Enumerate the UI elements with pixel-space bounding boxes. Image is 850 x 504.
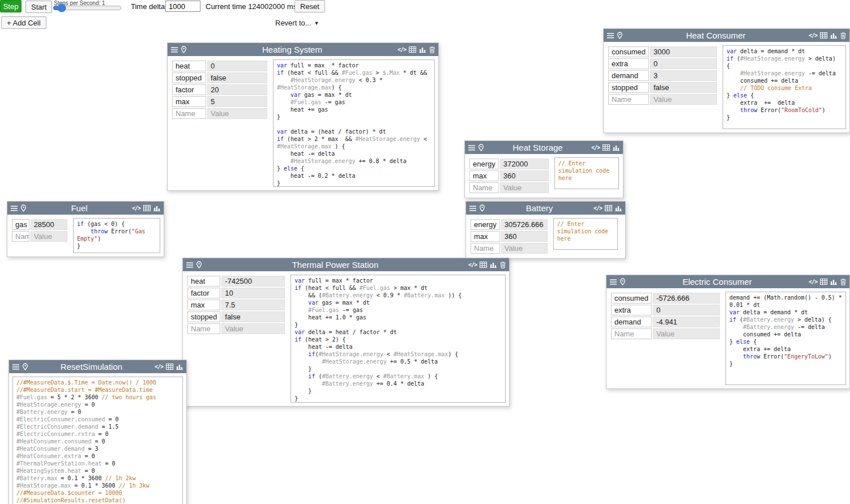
menu-icon[interactable]	[610, 275, 617, 288]
code-view-icon[interactable]: </>	[593, 202, 602, 215]
step-button[interactable]: Step	[0, 0, 22, 12]
chart-view-icon[interactable]	[490, 258, 497, 271]
chart-view-icon[interactable]	[830, 29, 837, 42]
card-header[interactable]: Heat Storage </>	[465, 141, 623, 154]
delete-icon[interactable]	[840, 29, 846, 42]
table-view-icon[interactable]	[603, 141, 610, 154]
card-header[interactable]: Electric Consumer </>	[606, 275, 849, 288]
menu-icon[interactable]	[186, 258, 193, 271]
menu-icon[interactable]	[11, 202, 18, 215]
code-view-icon[interactable]: </>	[155, 360, 163, 373]
property-name[interactable]: max	[187, 300, 220, 310]
new-property-name-input[interactable]: Name	[469, 182, 499, 193]
code-editor[interactable]: // Enter simulation code here	[554, 157, 619, 189]
card-header[interactable]: Thermal Power Station </>	[183, 258, 509, 271]
new-property-value-input[interactable]: Value	[501, 243, 548, 254]
table-view-icon[interactable]	[820, 275, 827, 288]
code-editor[interactable]: //#MeasureData.$.Time = Date.now() / 100…	[12, 377, 183, 504]
property-name[interactable]: max	[172, 96, 206, 107]
property-value[interactable]: 7.5	[221, 300, 285, 310]
property-name[interactable]: stopped	[608, 82, 649, 93]
property-name[interactable]: consumed	[611, 293, 652, 304]
delete-icon[interactable]	[840, 275, 846, 288]
new-property-name-input[interactable]: Name	[12, 231, 29, 242]
property-value[interactable]: 5	[207, 96, 267, 107]
property-name[interactable]: energy	[469, 159, 499, 169]
table-view-icon[interactable]	[409, 43, 416, 56]
card-header[interactable]: Fuel </>	[7, 202, 164, 215]
property-name[interactable]: max	[469, 170, 499, 181]
menu-icon[interactable]	[468, 141, 475, 154]
property-name[interactable]: factor	[187, 288, 220, 298]
property-name[interactable]: stopped	[172, 72, 206, 83]
table-view-icon[interactable]	[143, 202, 151, 215]
property-name[interactable]: heat	[187, 276, 220, 287]
new-property-value-input[interactable]: Value	[500, 182, 549, 193]
property-name[interactable]: extra	[608, 58, 649, 69]
new-property-name-input[interactable]: Name	[608, 94, 649, 105]
property-value[interactable]: 10	[221, 288, 285, 298]
new-property-name-input[interactable]: Name	[471, 243, 500, 254]
time-delta-input[interactable]	[165, 1, 200, 12]
property-name[interactable]: demand	[608, 70, 649, 81]
start-button[interactable]: Start	[25, 1, 52, 13]
property-value[interactable]: 360	[500, 170, 549, 181]
delete-icon[interactable]	[429, 43, 435, 56]
code-view-icon[interactable]: </>	[591, 141, 600, 154]
property-name[interactable]: heat	[172, 61, 206, 71]
chart-view-icon[interactable]	[176, 360, 183, 373]
table-view-icon[interactable]	[166, 360, 173, 373]
new-property-name-input[interactable]: Name	[172, 108, 206, 119]
property-value[interactable]: false	[650, 82, 717, 93]
code-editor[interactable]: // Enter simulation code here	[553, 218, 618, 250]
add-cell-button[interactable]: + Add Cell	[1, 16, 46, 29]
code-view-icon[interactable]: </>	[132, 202, 140, 215]
card-header[interactable]: Battery </>	[466, 202, 625, 215]
property-value[interactable]: 0	[653, 305, 720, 315]
code-editor[interactable]: var delta = demand * dt if (#HeatStorage…	[723, 45, 846, 129]
card-header[interactable]: Heat Consumer </>	[604, 29, 849, 42]
property-name[interactable]: extra	[611, 305, 652, 315]
code-view-icon[interactable]: </>	[468, 258, 477, 271]
delete-icon[interactable]	[499, 258, 506, 271]
menu-icon[interactable]	[171, 43, 178, 56]
property-name[interactable]: consumed	[608, 46, 649, 57]
menu-icon[interactable]	[12, 360, 19, 373]
pin-icon[interactable]	[478, 141, 484, 154]
chart-view-icon[interactable]	[419, 43, 426, 56]
new-property-name-input[interactable]: Name	[611, 328, 652, 339]
chart-view-icon[interactable]	[613, 141, 620, 154]
property-value[interactable]: 360	[501, 231, 548, 242]
revert-dropdown[interactable]: Revert to... ▼	[275, 19, 319, 27]
chart-view-icon[interactable]	[830, 275, 837, 288]
property-value[interactable]: -5726.666	[653, 293, 720, 304]
code-editor[interactable]: if (gas < 0) { throw Error("Gas Empty") …	[73, 218, 160, 253]
code-view-icon[interactable]: </>	[398, 43, 406, 56]
property-name[interactable]: energy	[471, 219, 500, 230]
property-name[interactable]: gas	[12, 219, 29, 230]
property-value[interactable]: 0	[650, 58, 717, 69]
new-property-value-input[interactable]: Value	[650, 94, 717, 105]
table-view-icon[interactable]	[605, 202, 612, 215]
property-value[interactable]: 3	[650, 70, 717, 81]
property-name[interactable]: demand	[611, 317, 652, 327]
property-value[interactable]: 20	[207, 84, 267, 95]
steps-per-second-slider[interactable]	[53, 5, 122, 11]
property-value[interactable]: 28500	[31, 219, 67, 230]
pin-icon[interactable]	[196, 258, 202, 271]
table-view-icon[interactable]	[820, 29, 827, 42]
new-property-value-input[interactable]: Value	[221, 323, 285, 334]
pin-icon[interactable]	[22, 360, 28, 373]
code-view-icon[interactable]: </>	[809, 29, 817, 42]
pin-icon[interactable]	[479, 202, 485, 215]
table-view-icon[interactable]	[480, 258, 487, 271]
menu-icon[interactable]	[607, 29, 614, 42]
property-value[interactable]: false	[207, 72, 267, 83]
pin-icon[interactable]	[617, 29, 623, 42]
code-editor[interactable]: var full = max * factor if (heat < full …	[291, 275, 506, 403]
card-header[interactable]: ResetSimulation </>	[9, 360, 186, 373]
property-name[interactable]: stopped	[187, 311, 220, 322]
property-name[interactable]: factor	[172, 84, 206, 95]
new-property-value-input[interactable]: Value	[31, 231, 67, 242]
code-view-icon[interactable]: </>	[809, 275, 817, 288]
